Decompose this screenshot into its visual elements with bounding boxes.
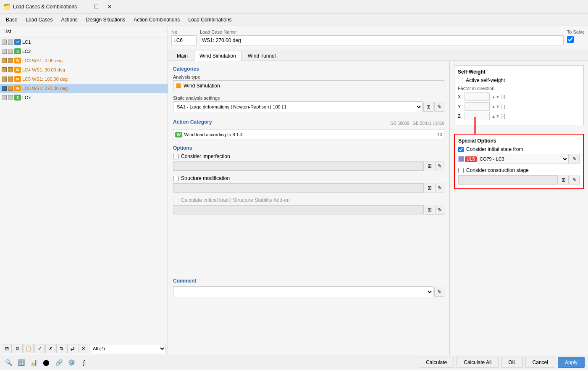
consider-cs-checkbox[interactable]: [458, 168, 464, 173]
structure-mod-row: Structure modification ⊞ ✎: [173, 175, 444, 193]
uncheck-button[interactable]: ✗: [45, 344, 55, 353]
delete-button[interactable]: ✕: [78, 344, 88, 353]
y-spinner[interactable]: [465, 102, 490, 111]
critical-load-checkbox[interactable]: [173, 198, 178, 203]
paste-button[interactable]: 📋: [24, 344, 34, 353]
static-analysis-select[interactable]: SA1 - Large deformations | Newton-Raphso…: [173, 101, 423, 112]
menu-bar: Base Load Cases Actions Design Situation…: [0, 13, 588, 26]
sort-button[interactable]: ⇄: [67, 344, 77, 353]
new-item-button[interactable]: ⊞: [2, 344, 12, 353]
copy-button[interactable]: ⧉: [13, 344, 23, 353]
structure-mod-checkbox[interactable]: [173, 176, 178, 181]
action-row: W Wind load according to 8.1.4 10: [173, 129, 444, 140]
action-category-title: Action Category: [173, 119, 212, 125]
menu-design-situations[interactable]: Design Situations: [82, 15, 129, 24]
consider-initial-label: Consider initial state from: [466, 146, 523, 152]
imperfection-edit-btn[interactable]: ✎: [435, 161, 444, 171]
initial-state-select[interactable]: CO79 - LC3: [478, 154, 569, 164]
settings-icon-btn[interactable]: ⚙️: [66, 357, 76, 367]
x-unit: ▲▼: [491, 95, 500, 99]
type-badge: S: [14, 95, 21, 100]
consider-cs-checkbox-row: Consider construction stage: [458, 167, 580, 173]
list-item[interactable]: S LC2: [0, 47, 168, 56]
cancel-button[interactable]: Cancel: [525, 357, 555, 368]
critical-load-checkbox-row: Calculate critical load | Structure Stab…: [173, 197, 444, 203]
consider-initial-checkbox[interactable]: [458, 147, 464, 152]
active-sw-checkbox[interactable]: [458, 78, 463, 83]
action-category-header: Action Category GB 50009 | GB 50011 | 20…: [173, 119, 444, 127]
structure-mod-edit-btn[interactable]: ✎: [435, 183, 444, 193]
imperfection-copy-btn[interactable]: ⊞: [425, 161, 434, 171]
formula-icon-btn[interactable]: ∫: [79, 357, 89, 367]
color-swatch: [2, 40, 7, 45]
comment-select[interactable]: [173, 286, 433, 297]
circle-icon-btn[interactable]: ⬤: [41, 357, 51, 367]
title-bar: 🗂️ Load Cases & Combinations ─ ☐ ✕: [0, 0, 588, 13]
load-case-name-input[interactable]: [200, 35, 564, 45]
analysis-type-label: Analysis type: [173, 74, 444, 79]
close-button[interactable]: ✕: [104, 2, 116, 11]
critical-load-edit-btn[interactable]: ✎: [435, 205, 444, 215]
type-badge: P: [14, 39, 21, 45]
no-field-group: No.: [171, 29, 197, 45]
structure-mod-copy-btn[interactable]: ⊞: [425, 183, 434, 193]
no-input[interactable]: [171, 35, 197, 45]
structure-mod-label: Structure modification: [181, 175, 230, 181]
list-item[interactable]: P LC1: [0, 37, 168, 47]
tab-wind-tunnel[interactable]: Wind Tunnel: [242, 51, 281, 61]
copy-analysis-button[interactable]: ⊞: [423, 102, 433, 112]
tab-main[interactable]: Main: [171, 51, 193, 61]
apply-button[interactable]: Apply: [558, 357, 585, 368]
menu-load-cases[interactable]: Load Cases: [21, 15, 57, 24]
to-solve-checkbox[interactable]: [567, 36, 574, 43]
initial-state-edit-btn[interactable]: ✎: [570, 154, 580, 164]
ok-button[interactable]: OK: [501, 357, 522, 368]
menu-actions[interactable]: Actions: [57, 15, 81, 24]
y-unit-label: [-]: [501, 104, 505, 109]
menu-load-combinations[interactable]: Load Combinations: [184, 15, 236, 24]
number-icon-btn[interactable]: 🔢: [16, 357, 26, 367]
maximize-button[interactable]: ☐: [90, 2, 102, 11]
standard-label: GB 50009 | GB 50011 | 2016: [390, 121, 444, 126]
critical-load-input: [173, 205, 424, 214]
action-name: Wind load according to 8.1.4: [184, 132, 435, 137]
consider-cs-row: Consider construction stage ⊞ ✎: [458, 167, 580, 185]
color-swatch2: [8, 40, 13, 45]
z-label: Z: [458, 114, 463, 119]
minimize-button[interactable]: ─: [77, 2, 89, 11]
calculate-all-button[interactable]: Calculate All: [457, 357, 499, 368]
cs-edit-btn[interactable]: ✎: [570, 175, 580, 185]
list-item[interactable]: W LC5 WS1: 180.00 deg: [0, 74, 168, 84]
graph-icon-btn[interactable]: 📊: [29, 357, 39, 367]
x-spinner[interactable]: [465, 92, 490, 101]
cs-copy-btn[interactable]: ⊞: [559, 175, 569, 185]
name-label: Load Case Name: [200, 29, 564, 34]
factor-y-row: Y ▲▼ [-]: [458, 102, 580, 111]
search-icon-btn[interactable]: 🔍: [3, 357, 13, 367]
filter-select[interactable]: All (7): [89, 344, 166, 353]
comment-edit-btn[interactable]: ✎: [434, 287, 444, 297]
imperfection-label: Consider imperfection: [181, 153, 230, 159]
type-badge: W: [14, 67, 21, 73]
active-sw-row: Active self-weight: [458, 77, 580, 83]
list-item[interactable]: W LC4 WS1: 90.00 deg: [0, 65, 168, 74]
imperfection-checkbox[interactable]: [173, 154, 178, 159]
menu-action-combinations[interactable]: Action Combinations: [129, 15, 184, 24]
edit-analysis-button[interactable]: ✎: [434, 102, 444, 112]
check-button[interactable]: ✓: [34, 344, 45, 353]
list-item[interactable]: S LC7: [0, 93, 168, 102]
link-icon-btn[interactable]: 🔗: [54, 357, 64, 367]
menu-base[interactable]: Base: [2, 15, 21, 24]
tab-wind-simulation[interactable]: Wind Simulation: [194, 51, 242, 61]
color-swatch: [2, 95, 7, 100]
window-controls: ─ ☐ ✕: [77, 2, 116, 11]
z-spinner[interactable]: [465, 112, 490, 120]
special-options-section: Special Options Consider initial state f…: [454, 134, 584, 189]
list-item[interactable]: W LC3 WS1: 0.00 deg: [0, 56, 168, 65]
consider-cs-label: Consider construction stage: [466, 167, 529, 173]
calculate-button[interactable]: Calculate: [419, 357, 454, 368]
move-button[interactable]: ⇅: [56, 344, 66, 353]
critical-load-label: Calculate critical load | Structure Stab…: [181, 197, 290, 203]
list-item-selected[interactable]: W LC6 WS1: 270.00 deg: [0, 84, 168, 93]
critical-load-copy-btn[interactable]: ⊞: [425, 205, 434, 215]
